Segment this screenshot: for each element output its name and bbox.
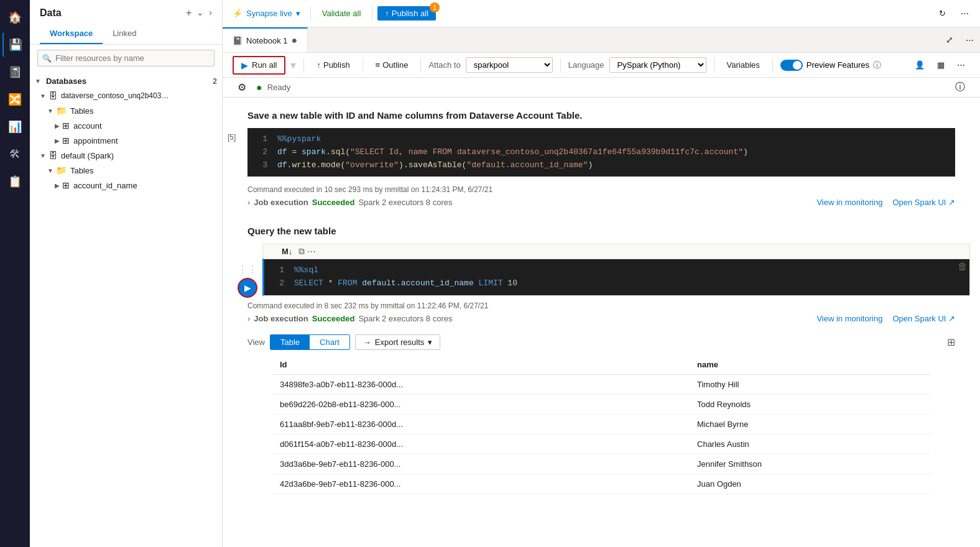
synapse-label: Synapse live [246,9,292,18]
cell-id: 3dd3a6be-9eb7-eb11-8236-000... [272,454,690,474]
table-view-button[interactable]: Table [270,335,310,349]
nb-icon-btn2[interactable]: ▦ [932,58,950,72]
refresh-button[interactable]: ↻ [933,6,952,21]
appointment-chevron[interactable]: ▶ [55,137,60,144]
cell2-copy-btn[interactable]: ⧉ [298,246,305,257]
notebook-tab-1[interactable]: 📓 Notebook 1 ● [223,27,308,52]
cell1-job: › Job execution Succeeded Spark 2 execut… [247,194,955,211]
variables-button[interactable]: Variables [722,58,765,72]
cell2-body: 1 %%sql 2 SELECT * FROM default.account_… [262,259,970,296]
cell-name: Timothy Hill [690,375,930,395]
home-icon[interactable]: 🏠 [2,5,27,30]
sidebar-actions: + ⌄ › [186,7,212,19]
search-input[interactable] [37,50,215,67]
tab-workspace[interactable]: Workspace [40,24,103,44]
manage-icon[interactable]: 🛠 [2,142,27,167]
attach-to-select[interactable]: sparkpool [466,57,553,73]
export-chevron: ▾ [428,338,432,347]
cell2-line-1: 1 %%sql [274,264,959,277]
db1-item[interactable]: ▼ 🗄 dataverse_contoso_unq2b40367a1f... [30,88,222,103]
table-body: 34898fe3-a0b7-eb11-8236-000d...Timothy H… [272,375,930,494]
add-icon[interactable]: + [186,7,192,19]
cell2-delete-btn[interactable]: 🗑 [958,261,968,272]
view-toggle-area: View Table Chart → Export results ▾ ⊞ [223,329,980,355]
notebook-tab-name: Notebook 1 [246,36,288,45]
info-btn[interactable]: ⓘ [950,78,970,96]
run-all-button[interactable]: ▶ Run all [233,56,285,75]
job2-chevron[interactable]: › [247,314,250,323]
job2-label: Job execution [254,314,308,323]
col-name-header: name [690,355,930,375]
status-label: Ready [267,83,291,92]
open-spark-ui-link2[interactable]: Open Spark UI ↗ [892,314,955,323]
tab-linked[interactable]: Linked [103,24,146,44]
run-chevron[interactable]: ▾ [290,58,296,72]
cell2-run-button[interactable]: ▶ [238,278,257,298]
table3-name: account_id_name [73,181,137,190]
data-icon[interactable]: 💾 [2,32,27,57]
more-options-button[interactable]: ⋯ [955,6,975,21]
tb-sep4 [560,58,561,73]
table-header: Id name [272,355,930,375]
cell2-more-btn[interactable]: ⋯ [307,247,316,257]
table-row: 42d3a6be-9eb7-eb11-8236-000...Juan Ogden [272,474,930,494]
tables2-folder[interactable]: ▼ 📁 Tables [30,163,222,178]
db2-name: default (Spark) [61,151,114,160]
preview-toggle[interactable] [780,60,803,71]
synapse-icon: ⚡ [233,9,243,18]
close-sidebar-icon[interactable]: › [209,7,212,19]
databases-chevron[interactable]: ▼ [35,78,41,85]
job1-chevron[interactable]: › [247,198,250,207]
publish-nb-icon: ↑ [317,60,321,70]
view-monitoring-link1[interactable]: View in monitoring [816,198,882,207]
nb-icon-btn3[interactable]: ⋯ [952,58,970,72]
db1-name: dataverse_contoso_unq2b40367a1f... [61,91,173,100]
nb-toolbar-right: 👤 ▦ ⋯ [910,58,970,72]
integrate-icon[interactable]: 🔀 [2,87,27,112]
outline-button[interactable]: ≡ Outline [371,58,414,72]
tables1-folder[interactable]: ▼ 📁 Tables [30,103,222,118]
attach-to-label: Attach to [428,60,460,70]
grid-options-button[interactable]: ⊞ [947,336,955,348]
export-results-button[interactable]: → Export results ▾ [355,334,440,350]
cell2-job: › Job execution Succeeded Spark 2 execut… [247,310,955,327]
settings-icon[interactable]: ⚙ [233,79,251,96]
separator1 [310,6,311,21]
knowledge-icon[interactable]: 📋 [2,169,27,194]
variables-label: Variables [727,60,760,70]
open-spark-ui-link1[interactable]: Open Spark UI ↗ [892,198,955,207]
more-notebook-options[interactable]: ⋯ [959,32,980,47]
monitor-icon[interactable]: 📊 [2,114,27,139]
db1-chevron[interactable]: ▼ [40,93,46,99]
restore-button[interactable]: ⤢ [940,32,959,47]
table-appointment[interactable]: ▶ ⊞ appointment [30,133,222,148]
cell1-executed: Command executed in 10 sec 293 ms by mmi… [247,185,955,194]
nb-icon-btn1[interactable]: 👤 [910,58,930,72]
chart-view-button[interactable]: Chart [310,335,349,349]
collapse-icon[interactable]: ⌄ [196,7,204,19]
markdown-btn[interactable]: M↓ [278,246,296,257]
develop-icon[interactable]: 📓 [2,60,27,85]
cell-name: Todd Reynolds [690,395,930,415]
view-monitoring-link2[interactable]: View in monitoring [816,314,882,323]
synapse-badge[interactable]: ⚡ Synapse live ▾ [228,6,305,21]
table-icon: ⊞ [62,121,70,131]
cell2-executed: Command executed in 8 sec 232 ms by mmit… [247,301,955,310]
drag-handle[interactable]: ⋮⋮ [238,264,257,275]
validate-all-button[interactable]: Validate all [316,6,368,21]
language-select[interactable]: PySpark (Python) [609,57,706,73]
db2-chevron[interactable]: ▼ [40,152,46,159]
db2-item[interactable]: ▼ 🗄 default (Spark) [30,148,222,163]
tables1-chevron[interactable]: ▼ [47,108,53,114]
publish-all-button[interactable]: ↑ Publish all 1 [377,6,436,21]
tb-sep6 [772,58,773,73]
table-account-id-name[interactable]: ▶ ⊞ account_id_name [30,178,222,193]
table-row: 3dd3a6be-9eb7-eb11-8236-000...Jennifer S… [272,454,930,474]
table-account[interactable]: ▶ ⊞ account [30,118,222,133]
info-icon[interactable]: ⓘ [873,60,881,71]
publish-button[interactable]: ↑ Publish [312,58,354,72]
cell2-line-2: 2 SELECT * FROM default.account_id_name … [274,277,959,290]
tables2-chevron[interactable]: ▼ [47,167,53,174]
account-chevron[interactable]: ▶ [55,122,60,129]
account-id-chevron[interactable]: ▶ [55,182,60,189]
